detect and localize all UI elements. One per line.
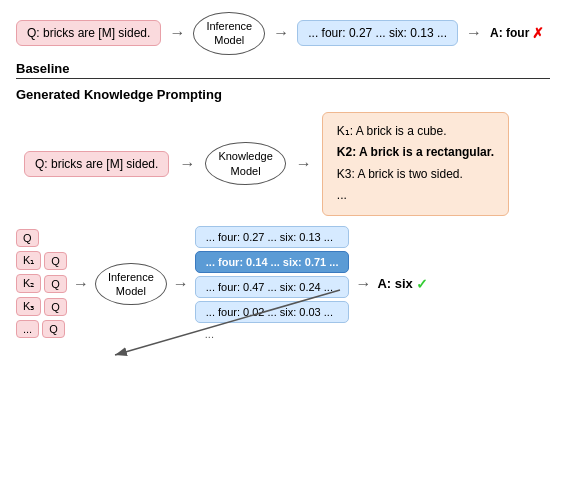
- bottom-arrow-1: →: [73, 275, 89, 293]
- bottom-arrow-3: →: [355, 275, 371, 293]
- baseline-label: Baseline: [16, 61, 550, 76]
- q-row-2: K₂ Q: [16, 274, 67, 293]
- top-answer-label: A: four: [490, 26, 529, 40]
- knowledge-list: K₁: A brick is a cube. K2: A brick is a …: [322, 112, 509, 216]
- bottom-answer-label: A: six: [377, 276, 412, 291]
- q-label-4: Q: [42, 320, 65, 338]
- k2-label: K₂: [16, 274, 41, 293]
- bottom-answer-symbol: ✓: [416, 276, 428, 292]
- output-dots: ...: [195, 326, 350, 342]
- q-label-3: Q: [44, 298, 67, 316]
- k1-label: K₁: [16, 251, 41, 270]
- output-list: ... four: 0.27 ... six: 0.13 ... ... fou…: [195, 226, 350, 342]
- top-section: Q: bricks are [M] sided. → Inference Mod…: [16, 12, 550, 55]
- middle-question: Q: bricks are [M] sided.: [24, 151, 169, 177]
- output-item-2: ... four: 0.47 ... six: 0.24 ...: [195, 276, 350, 298]
- k3-label: K₃: [16, 297, 41, 316]
- q-stack: Q K₁ Q K₂ Q K₃ Q ... Q: [16, 229, 67, 338]
- top-output: ... four: 0.27 ... six: 0.13 ...: [297, 20, 458, 46]
- divider: [16, 78, 550, 79]
- kdots-item: ...: [337, 185, 494, 207]
- k2-item: K2: A brick is a rectangular.: [337, 142, 494, 164]
- top-answer: A: four ✗: [490, 25, 544, 41]
- output-item-0: ... four: 0.27 ... six: 0.13 ...: [195, 226, 350, 248]
- bottom-section: Q K₁ Q K₂ Q K₃ Q ... Q → Inference Model: [16, 226, 550, 342]
- diagram-container: Q: bricks are [M] sided. → Inference Mod…: [0, 0, 566, 502]
- arrow-1: →: [169, 24, 185, 42]
- bottom-arrow-2: →: [173, 275, 189, 293]
- top-inference-model: Inference Model: [193, 12, 265, 55]
- arrow-3: →: [466, 24, 482, 42]
- arrow-2: →: [273, 24, 289, 42]
- q-label-2: Q: [44, 275, 67, 293]
- q-row-0: Q: [16, 229, 39, 247]
- middle-section: Q: bricks are [M] sided. → Knowledge Mod…: [24, 112, 550, 216]
- k3-item: K3: A brick is two sided.: [337, 164, 494, 186]
- bottom-answer: A: six ✓: [377, 276, 427, 292]
- q-label-1: Q: [44, 252, 67, 270]
- q-label-0: Q: [16, 229, 39, 247]
- middle-arrow-2: →: [296, 155, 312, 173]
- output-item-1: ... four: 0.14 ... six: 0.71 ...: [195, 251, 350, 273]
- bottom-inference-model: Inference Model: [95, 263, 167, 306]
- top-question: Q: bricks are [M] sided.: [16, 20, 161, 46]
- top-answer-symbol: ✗: [532, 25, 544, 41]
- q-row-3: K₃ Q: [16, 297, 67, 316]
- k1-item: K₁: A brick is a cube.: [337, 121, 494, 143]
- output-item-3: ... four: 0.02 ... six: 0.03 ...: [195, 301, 350, 323]
- knowledge-model: Knowledge Model: [205, 142, 285, 185]
- middle-arrow-1: →: [179, 155, 195, 173]
- q-row-4: ... Q: [16, 320, 65, 338]
- gkp-label: Generated Knowledge Prompting: [16, 87, 550, 102]
- q-row-1: K₁ Q: [16, 251, 67, 270]
- dots-label: ...: [16, 320, 39, 338]
